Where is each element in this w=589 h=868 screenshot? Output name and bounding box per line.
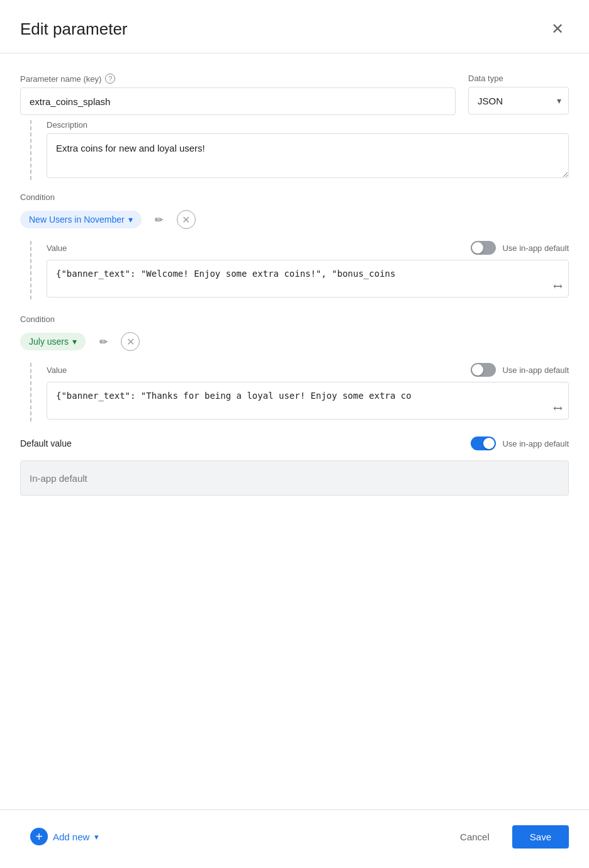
add-icon: +: [30, 828, 48, 845]
default-value-label: Default value: [20, 438, 72, 448]
data-type-select[interactable]: JSON String Number Boolean: [468, 87, 569, 114]
pencil-icon: ✏: [155, 214, 163, 226]
condition-block-1: Condition New Users in November ▾ ✏ ✕ Va…: [20, 192, 569, 299]
parameter-name-input[interactable]: [20, 87, 456, 115]
condition-1-row: New Users in November ▾ ✏ ✕: [20, 208, 569, 231]
condition-1-toggle-row: Use in-app default: [471, 241, 569, 255]
description-label: Description: [47, 120, 569, 130]
default-value-input[interactable]: [20, 460, 569, 496]
default-toggle[interactable]: [471, 437, 496, 450]
condition-block-2: Condition July users ▾ ✏ ✕ Value: [20, 314, 569, 421]
data-type-label: Data type: [468, 74, 569, 83]
condition-2-value-input[interactable]: [47, 382, 569, 420]
save-button[interactable]: Save: [512, 825, 569, 849]
dialog-title: Edit parameter: [20, 19, 128, 39]
condition-2-value-label: Value: [47, 365, 67, 375]
default-toggle-slider: [471, 437, 496, 450]
condition-2-toggle-slider: [471, 363, 496, 377]
condition-2-row: July users ▾ ✏ ✕: [20, 330, 569, 353]
close-icon: ✕: [551, 20, 564, 38]
default-toggle-row: Use in-app default: [471, 437, 569, 450]
condition-1-edit-button[interactable]: ✏: [148, 208, 171, 231]
condition-2-toggle-row: Use in-app default: [471, 363, 569, 377]
condition-2-value-wrap: ⤢: [47, 382, 569, 421]
condition-1-value-label: Value: [47, 243, 67, 253]
default-use-inapp-label: Use in-app default: [502, 439, 569, 448]
parameter-name-group: Parameter name (key) ?: [20, 74, 456, 115]
description-section: Description: [30, 120, 569, 180]
condition-2-use-inapp-label: Use in-app default: [502, 365, 569, 375]
condition-2-toggle[interactable]: [471, 363, 496, 377]
condition-1-use-inapp-label: Use in-app default: [502, 243, 569, 253]
condition-1-label: Condition: [20, 192, 569, 202]
condition-1-remove-button[interactable]: ✕: [177, 210, 196, 229]
cancel-button[interactable]: Cancel: [445, 825, 505, 849]
condition-1-value-wrap: ⤢: [47, 260, 569, 299]
condition-1-value-header: Value Use in-app default: [47, 241, 569, 255]
help-icon[interactable]: ?: [105, 74, 115, 84]
condition-2-value-header: Value Use in-app default: [47, 363, 569, 377]
add-new-label: Add new: [53, 832, 89, 842]
footer-actions: Cancel Save: [445, 825, 569, 849]
data-type-select-wrapper: JSON String Number Boolean: [468, 87, 569, 114]
condition-1-value-section: Value Use in-app default ⤢: [30, 241, 569, 299]
dialog-body: Parameter name (key) ? Data type JSON St…: [0, 53, 589, 799]
dialog-footer: + Add new ▾ Cancel Save: [0, 810, 589, 868]
condition-2-remove-button[interactable]: ✕: [121, 332, 140, 351]
condition-1-value-input[interactable]: [47, 260, 569, 298]
param-name-row: Parameter name (key) ? Data type JSON St…: [20, 74, 569, 115]
condition-1-chip-text: New Users in November: [29, 214, 125, 225]
close-button[interactable]: ✕: [546, 18, 569, 40]
condition-1-chip-chevron: ▾: [128, 214, 133, 225]
data-type-group: Data type JSON String Number Boolean: [468, 74, 569, 114]
condition-1-chip[interactable]: New Users in November ▾: [20, 211, 142, 228]
condition-2-edit-button[interactable]: ✏: [92, 330, 115, 353]
condition-2-chip[interactable]: July users ▾: [20, 333, 86, 350]
condition-1-toggle-slider: [471, 241, 496, 255]
parameter-name-label: Parameter name (key) ?: [20, 74, 456, 84]
pencil-icon-2: ✏: [99, 336, 108, 348]
condition-1-toggle[interactable]: [471, 241, 496, 255]
description-input[interactable]: [47, 133, 569, 178]
edit-parameter-dialog: Edit parameter ✕ Parameter name (key) ? …: [0, 0, 589, 868]
dialog-header: Edit parameter ✕: [0, 0, 589, 53]
default-value-section: Default value Use in-app default: [20, 437, 569, 496]
default-value-header: Default value Use in-app default: [20, 437, 569, 450]
condition-2-chip-chevron: ▾: [72, 337, 77, 347]
add-new-chevron-icon: ▾: [94, 832, 99, 842]
condition-2-value-section: Value Use in-app default ⤢: [30, 363, 569, 421]
condition-2-chip-text: July users: [29, 337, 69, 347]
condition-2-label: Condition: [20, 314, 569, 324]
add-new-button[interactable]: + Add new ▾: [20, 823, 109, 850]
